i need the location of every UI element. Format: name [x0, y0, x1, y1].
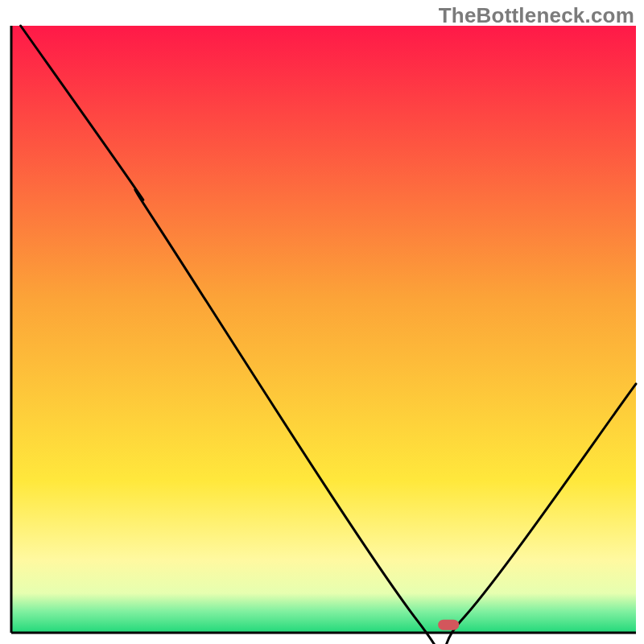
optimal-marker	[438, 620, 459, 630]
plot-background	[11, 26, 636, 633]
chart-container: TheBottleneck.com	[0, 0, 644, 644]
watermark-text: TheBottleneck.com	[439, 3, 634, 28]
bottleneck-chart	[0, 0, 644, 644]
